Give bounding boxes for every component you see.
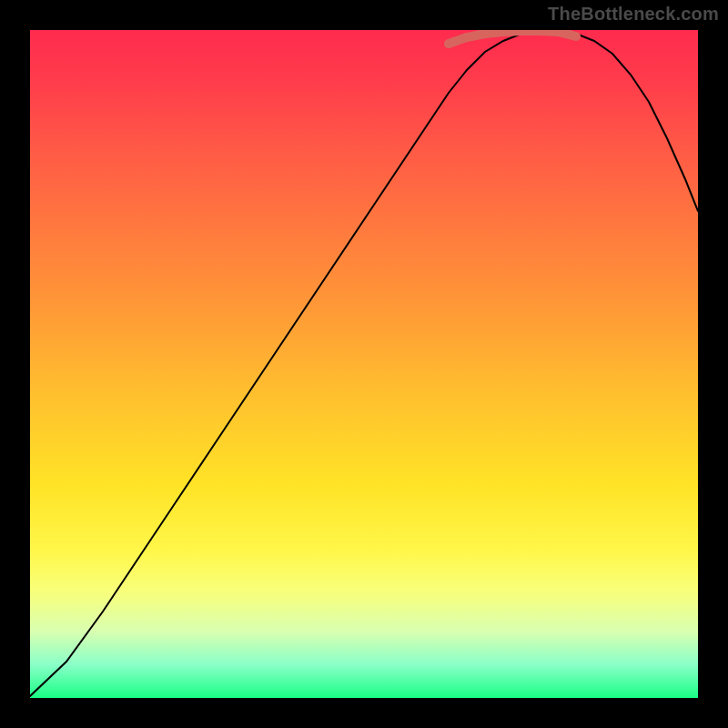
watermark-text: TheBottleneck.com bbox=[548, 4, 719, 25]
plot-area bbox=[30, 30, 698, 698]
chart-frame: TheBottleneck.com bbox=[0, 0, 728, 728]
curve-svg bbox=[30, 30, 698, 698]
bottleneck-curve bbox=[30, 32, 698, 696]
